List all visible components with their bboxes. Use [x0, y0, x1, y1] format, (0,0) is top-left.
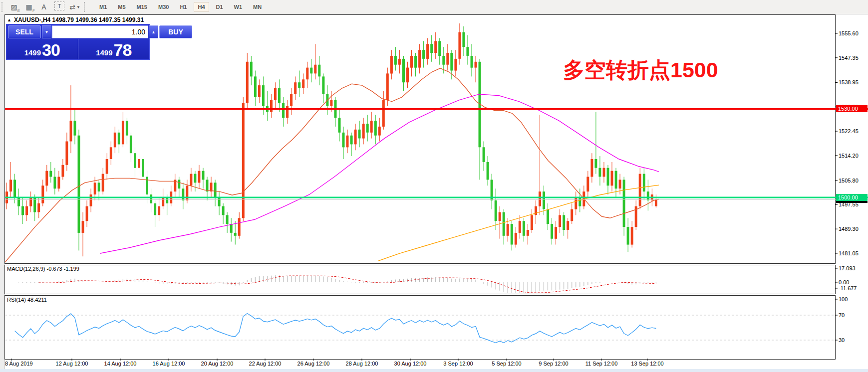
time-axis-label: 30 Aug 12:00	[394, 361, 427, 367]
price-axis-label: 1514.20	[839, 153, 859, 159]
one-click-panel-toggle-icon[interactable]: ▲	[7, 17, 11, 22]
price-tag-1530.00: 1530.00	[836, 105, 868, 112]
price-axis-label: 1489.30	[839, 226, 859, 232]
price-axis-label: 1481.05	[839, 250, 859, 256]
price-axis-label: 1538.95	[839, 79, 859, 85]
time-axis-label: 28 Aug 12:00	[346, 361, 378, 367]
chart-text-annotation: 多空转折点1500	[563, 56, 718, 85]
volume-decrease-button[interactable]: ▼	[42, 25, 51, 38]
mt4-window: ▨E▦FAT⇄▼ M1M5M15M30H1H4D1W1MN ▲ XAUUSD-,…	[0, 0, 868, 372]
rsi-axis-label: 70	[839, 312, 845, 318]
macd-axis-label: -11.677	[839, 285, 857, 291]
macd-label: MACD(12,26,9) -0.673 -1.199	[7, 266, 79, 272]
price-axis-label: 1547.35	[839, 55, 859, 61]
one-click-trade-panel: SELL ▼ ▲ BUY 1499 30 1499 78	[6, 24, 150, 60]
rsi-axis-label: 30	[839, 337, 845, 343]
time-axis-label: 3 Sep 12:00	[443, 361, 473, 367]
symbol-info-line: ▲ XAUUSD-,H4 1498.79 1499.36 1497.35 149…	[7, 16, 144, 23]
time-axis-label: 13 Sep 12:00	[631, 361, 663, 367]
price-axis-label: 1505.80	[839, 178, 859, 184]
buy-button[interactable]: BUY	[159, 25, 192, 38]
macd-axis-label: 17.093	[839, 265, 856, 271]
time-axis-label: 26 Aug 12:00	[297, 361, 330, 367]
buy-price-display[interactable]: 1499 78	[78, 39, 150, 59]
buy-price-big: 78	[114, 42, 132, 58]
macd-signal-line	[39, 276, 656, 293]
time-axis-label: 20 Aug 12:00	[201, 361, 234, 367]
symbol-ohlc-text: XAUUSD-,H4 1498.79 1499.36 1497.35 1499.…	[14, 16, 144, 23]
price-axis-label: 1522.45	[839, 128, 859, 134]
rsi-line	[15, 314, 656, 343]
time-axis-label: 16 Aug 12:00	[153, 361, 185, 367]
time-axis-label: 9 Sep 12:00	[539, 361, 568, 367]
buy-price-small: 1499	[96, 48, 112, 58]
time-axis-label: 14 Aug 12:00	[104, 361, 137, 367]
rsi-label: RSI(14) 48.4211	[7, 297, 47, 303]
price-tag-1500.00: 1500.00	[836, 194, 868, 201]
ma-fast-line	[5, 68, 659, 262]
sell-price-small: 1499	[24, 48, 41, 58]
sell-button[interactable]: SELL	[8, 25, 41, 38]
time-axis-label: 11 Sep 12:00	[585, 361, 618, 367]
sell-price-display[interactable]: 1499 30	[6, 39, 78, 59]
time-axis-label: 5 Sep 12:00	[492, 361, 521, 367]
macd-histogram	[7, 275, 656, 293]
price-axis-label: 1555.60	[839, 30, 859, 36]
sell-price-big: 30	[42, 42, 60, 58]
macd-axis-label: 0.00	[839, 279, 849, 285]
rsi-axis-label: 100	[839, 296, 848, 302]
time-axis-label: 12 Aug 12:00	[56, 361, 88, 367]
time-axis-label: 22 Aug 12:00	[249, 361, 282, 367]
volume-stepper: ▼ ▲	[42, 25, 158, 38]
volume-increase-button[interactable]: ▲	[149, 25, 158, 38]
time-axis-label: 8 Aug 2019	[5, 361, 33, 367]
volume-input[interactable]	[52, 25, 148, 38]
